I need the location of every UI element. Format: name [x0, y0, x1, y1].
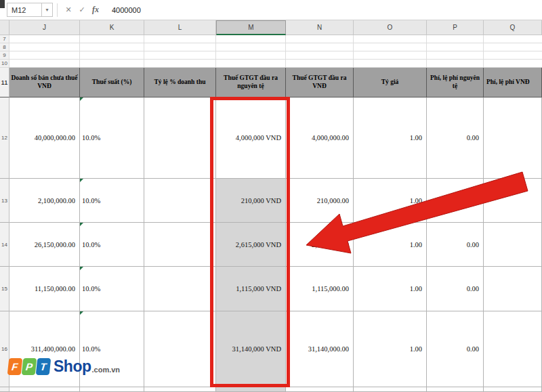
- cell[interactable]: [484, 43, 542, 51]
- cell[interactable]: [286, 43, 354, 51]
- cell-L13[interactable]: [144, 179, 216, 223]
- cell-L16[interactable]: [144, 311, 216, 387]
- row-header-9[interactable]: 9: [0, 51, 9, 60]
- cell-P16[interactable]: 0.00: [427, 311, 484, 387]
- cell-O14[interactable]: 1.00: [354, 223, 427, 267]
- row-header-10[interactable]: 10: [0, 60, 9, 68]
- header-cell-Q[interactable]: Phí, lệ phí VNĐ: [484, 68, 542, 97]
- cell[interactable]: [80, 43, 144, 51]
- cell-O16[interactable]: 1.00: [354, 311, 427, 387]
- cell-Q15[interactable]: [484, 267, 542, 311]
- name-box-dropdown[interactable]: ▾: [42, 3, 53, 17]
- cell-J14[interactable]: 26,150,000.00: [9, 223, 80, 267]
- cell[interactable]: [9, 60, 80, 68]
- row-header-12[interactable]: 12: [0, 97, 9, 179]
- cell-K15[interactable]: 10.0%: [80, 267, 144, 311]
- cell[interactable]: [286, 387, 354, 392]
- cell[interactable]: [427, 43, 484, 51]
- cell[interactable]: [80, 387, 144, 392]
- header-cell-P[interactable]: Phí, lệ phí nguyên tệ: [427, 68, 484, 97]
- cell[interactable]: [286, 35, 354, 43]
- cell-O12[interactable]: 1.00: [354, 97, 427, 179]
- cell[interactable]: [144, 43, 216, 51]
- column-header-N[interactable]: N: [286, 20, 354, 35]
- cell[interactable]: [144, 387, 216, 392]
- cell-L14[interactable]: [144, 223, 216, 267]
- cell[interactable]: [216, 35, 286, 43]
- header-cell-J[interactable]: Doanh số bán chưa thuế VNĐ: [9, 68, 80, 97]
- column-header-L[interactable]: L: [144, 20, 216, 35]
- cell[interactable]: [354, 51, 427, 60]
- cell-O15[interactable]: 1.00: [354, 267, 427, 311]
- column-header-O[interactable]: O: [354, 20, 427, 35]
- cell[interactable]: [80, 35, 144, 43]
- cell[interactable]: [286, 60, 354, 68]
- cell[interactable]: [354, 35, 427, 43]
- select-all-corner[interactable]: [0, 20, 9, 35]
- row-header-14[interactable]: 14: [0, 223, 9, 267]
- cell[interactable]: [484, 60, 542, 68]
- cell-K12[interactable]: 10.0%: [80, 97, 144, 179]
- cell[interactable]: [427, 387, 484, 392]
- cell-Q16[interactable]: [484, 311, 542, 387]
- cell-M13-selected[interactable]: 210,000 VND: [216, 179, 286, 223]
- cell[interactable]: [354, 43, 427, 51]
- cancel-icon[interactable]: ✕: [62, 5, 75, 14]
- cell[interactable]: [80, 51, 144, 60]
- cell-M14-selected[interactable]: 2,615,000 VND: [216, 223, 286, 267]
- cell[interactable]: [9, 43, 80, 51]
- cell-M12-active[interactable]: 4,000,000 VND: [216, 97, 286, 179]
- column-header-K[interactable]: K: [80, 20, 144, 35]
- cell-Q14[interactable]: [484, 223, 542, 267]
- cell-M16-selected[interactable]: 31,140,000 VND: [216, 311, 286, 387]
- cell-K13[interactable]: 10.0%: [80, 179, 144, 223]
- cell-J16[interactable]: 311,400,000.00: [9, 311, 80, 387]
- cell-P12[interactable]: 0.00: [427, 97, 484, 179]
- cell-J13[interactable]: 2,100,000.00: [9, 179, 80, 223]
- cell-K14[interactable]: 10.0%: [80, 223, 144, 267]
- cell[interactable]: [216, 43, 286, 51]
- formula-input[interactable]: 4000000: [112, 6, 141, 14]
- header-cell-N[interactable]: Thuế GTGT đầu ra VNĐ: [286, 68, 354, 97]
- cell[interactable]: [354, 60, 427, 68]
- row-header-8[interactable]: 8: [0, 43, 9, 51]
- header-cell-L[interactable]: Tỷ lệ % doanh thu: [144, 68, 216, 97]
- cell-P15[interactable]: 0.00: [427, 267, 484, 311]
- header-cell-K[interactable]: Thuế suất (%): [80, 68, 144, 97]
- cell[interactable]: [9, 51, 80, 60]
- cell[interactable]: [286, 51, 354, 60]
- cell-P14[interactable]: 0.00: [427, 223, 484, 267]
- row-header-11[interactable]: 11: [0, 68, 9, 97]
- name-box[interactable]: M12: [7, 3, 42, 17]
- cell-M15-selected[interactable]: 1,115,000 VND: [216, 267, 286, 311]
- row-header-15[interactable]: 15: [0, 267, 9, 311]
- row-header-13[interactable]: 13: [0, 179, 9, 223]
- cell-N16[interactable]: 31,140,000.00: [286, 311, 354, 387]
- cell[interactable]: [144, 51, 216, 60]
- cell[interactable]: [484, 35, 542, 43]
- cell[interactable]: [427, 51, 484, 60]
- cell-N15[interactable]: 1,115,000.00: [286, 267, 354, 311]
- cell-L12[interactable]: [144, 97, 216, 179]
- cell[interactable]: [216, 387, 286, 392]
- cell-Q12[interactable]: [484, 97, 542, 179]
- cell-N13[interactable]: 210,000.00: [286, 179, 354, 223]
- cell-J15[interactable]: 11,150,000.00: [9, 267, 80, 311]
- cell-O13[interactable]: 1.00: [354, 179, 427, 223]
- insert-function-icon[interactable]: fx: [89, 5, 102, 15]
- column-header-Q[interactable]: Q: [484, 20, 542, 35]
- cell-L15[interactable]: [144, 267, 216, 311]
- cell[interactable]: [484, 387, 542, 392]
- cell[interactable]: [427, 35, 484, 43]
- cell[interactable]: [9, 35, 80, 43]
- row-header-7[interactable]: 7: [0, 35, 9, 43]
- cell-N14[interactable]: 2,615,000.00: [286, 223, 354, 267]
- row-header-17[interactable]: [0, 387, 9, 392]
- enter-icon[interactable]: ✓: [75, 5, 89, 14]
- cell[interactable]: [80, 60, 144, 68]
- cell-J12[interactable]: 40,000,000.00: [9, 97, 80, 179]
- cell[interactable]: [216, 51, 286, 60]
- cell-N12[interactable]: 4,000,000.00: [286, 97, 354, 179]
- cell-K16[interactable]: 10.0%: [80, 311, 144, 387]
- header-cell-O[interactable]: Tỷ giá: [354, 68, 427, 97]
